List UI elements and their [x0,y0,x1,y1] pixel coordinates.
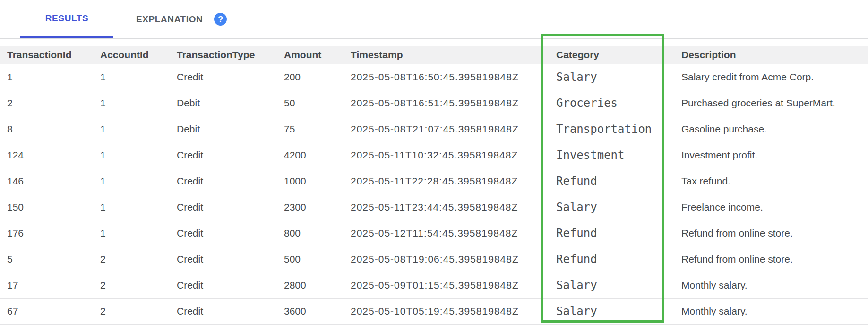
cell-description: Freelance income. [664,202,868,213]
column-header-description: Description [664,49,868,61]
cell-description: Refund from online store. [664,228,868,239]
cell-category: Transportation [541,123,664,136]
cell-category: Refund [541,253,664,266]
table-row: 11Credit2002025-05-08T16:50:45.395819848… [0,64,868,90]
cell-description: Tax refund. [664,176,868,187]
table-row: 81Debit752025-05-08T21:07:45.395819848ZT… [0,116,868,142]
cell-transactionId: 67 [0,306,94,317]
cell-timestamp: 2025-05-09T01:15:45.395819848Z [344,280,541,291]
cell-category: Investment [541,149,664,162]
tab-bar: RESULTS EXPLANATION ? [0,0,868,39]
table-row: 1241Credit42002025-05-11T10:32:45.395819… [0,142,868,168]
cell-accountId: 1 [94,97,170,109]
cell-accountId: 2 [94,254,170,265]
cell-timestamp: 2025-05-08T21:07:45.395819848Z [344,123,541,135]
cell-description: Monthly salary. [664,306,868,317]
cell-transactionId: 8 [0,123,94,135]
table-row: 52Credit5002025-05-08T19:06:45.395819848… [0,246,868,272]
cell-amount: 50 [278,97,344,109]
help-icon[interactable]: ? [214,13,227,26]
cell-timestamp: 2025-05-11T22:28:45.395819848Z [344,176,541,187]
cell-timestamp: 2025-05-08T19:06:45.395819848Z [344,254,541,265]
cell-description: Salary credit from Acme Corp. [664,71,868,83]
query-results-panel: RESULTS EXPLANATION ? TransactionIdAccou… [0,0,868,325]
cell-amount: 2300 [278,202,344,213]
cell-amount: 200 [278,71,344,83]
cell-accountId: 1 [94,202,170,213]
column-header-transactiontype: TransactionType [170,49,278,61]
cell-transactionType: Credit [170,149,278,161]
table-row: 1461Credit10002025-05-11T22:28:45.395819… [0,168,868,194]
cell-transactionType: Credit [170,71,278,83]
cell-transactionType: Credit [170,254,278,265]
cell-transactionType: Credit [170,202,278,213]
cell-accountId: 1 [94,123,170,135]
cell-accountId: 2 [94,306,170,317]
cell-transactionType: Credit [170,306,278,317]
cell-timestamp: 2025-05-11T23:44:45.395819848Z [344,202,541,213]
tabbar-table-spacer [0,39,868,46]
cell-description: Monthly salary. [664,280,868,291]
cell-transactionId: 17 [0,280,94,291]
cell-category: Salary [541,70,664,84]
results-table: TransactionIdAccountIdTransactionTypeAmo… [0,46,868,325]
cell-timestamp: 2025-05-11T10:32:45.395819848Z [344,149,541,161]
cell-accountId: 1 [94,176,170,187]
cell-transactionType: Debit [170,97,278,109]
column-header-category: Category [541,49,664,61]
table-row: 672Credit36002025-05-10T05:19:45.3958198… [0,299,868,325]
table-row: 21Debit502025-05-08T16:51:45.395819848ZG… [0,90,868,116]
cell-amount: 1000 [278,176,344,187]
cell-category: Salary [541,279,664,292]
cell-category: Refund [541,227,664,240]
cell-category: Refund [541,175,664,188]
cell-transactionId: 176 [0,228,94,239]
cell-transactionType: Credit [170,176,278,187]
cell-transactionId: 146 [0,176,94,187]
cell-accountId: 1 [94,228,170,239]
cell-transactionId: 150 [0,202,94,213]
tab-explanation-label: EXPLANATION [136,14,203,25]
cell-timestamp: 2025-05-10T05:19:45.395819848Z [344,306,541,317]
column-header-accountid: AccountId [94,49,170,61]
cell-accountId: 1 [94,71,170,83]
cell-amount: 4200 [278,149,344,161]
table-row: 172Credit28002025-05-09T01:15:45.3958198… [0,272,868,299]
cell-transactionType: Credit [170,228,278,239]
tab-results[interactable]: RESULTS [20,0,113,38]
cell-accountId: 2 [94,280,170,291]
cell-transactionId: 5 [0,254,94,265]
cell-amount: 3600 [278,306,344,317]
cell-transactionType: Credit [170,280,278,291]
cell-category: Groceries [541,97,664,110]
cell-transactionType: Debit [170,123,278,135]
cell-amount: 500 [278,254,344,265]
cell-timestamp: 2025-05-08T16:50:45.395819848Z [344,71,541,83]
cell-category: Salary [541,201,664,214]
cell-amount: 2800 [278,280,344,291]
cell-transactionId: 124 [0,149,94,161]
column-header-transactionid: TransactionId [0,49,94,61]
cell-transactionId: 2 [0,97,94,109]
cell-transactionId: 1 [0,71,94,83]
cell-accountId: 1 [94,149,170,161]
table-row: 1761Credit8002025-05-12T11:54:45.3958198… [0,220,868,246]
cell-amount: 75 [278,123,344,135]
cell-description: Investment profit. [664,149,868,161]
column-header-amount: Amount [278,49,344,61]
table-header-row: TransactionIdAccountIdTransactionTypeAmo… [0,46,868,64]
cell-description: Gasoline purchase. [664,123,868,135]
tab-explanation[interactable]: EXPLANATION ? [136,0,227,38]
table-body: 11Credit2002025-05-08T16:50:45.395819848… [0,64,868,325]
cell-category: Salary [541,305,664,318]
table-row: 1501Credit23002025-05-11T23:44:45.395819… [0,194,868,220]
cell-timestamp: 2025-05-12T11:54:45.395819848Z [344,228,541,239]
cell-description: Purchased groceries at SuperMart. [664,97,868,109]
column-header-timestamp: Timestamp [344,49,541,61]
cell-description: Refund from online store. [664,254,868,265]
cell-amount: 800 [278,228,344,239]
cell-timestamp: 2025-05-08T16:51:45.395819848Z [344,97,541,109]
